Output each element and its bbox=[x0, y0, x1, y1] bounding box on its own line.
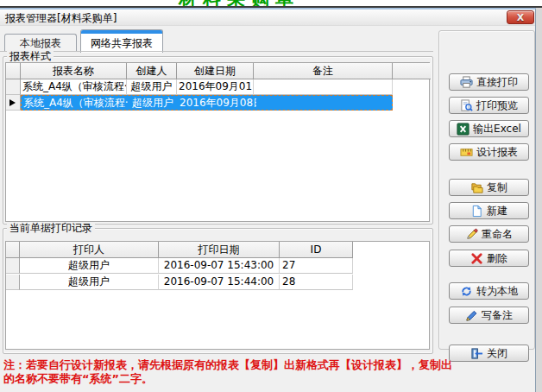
ruler-icon bbox=[460, 146, 473, 159]
actions-panel: 直接打印 打印预览 输出Excel bbox=[438, 30, 535, 350]
column-header-print-id[interactable]: ID bbox=[280, 242, 353, 258]
report-row-creator: 超级用户 bbox=[128, 96, 178, 110]
column-header-print-user[interactable]: 打印人 bbox=[20, 242, 159, 258]
delete-x-icon bbox=[470, 252, 483, 265]
print-preview-icon bbox=[460, 99, 473, 112]
column-header-print-date[interactable]: 打印日期 bbox=[159, 242, 280, 258]
write-note-pencil-icon bbox=[465, 309, 478, 322]
direct-print-button[interactable]: 直接打印 bbox=[449, 73, 529, 91]
print-row-date[interactable]: 2016-09-07 15:43:00 bbox=[159, 258, 280, 274]
print-row-date[interactable]: 2016-09-07 15:44:00 bbox=[159, 275, 280, 290]
row-selector-cell[interactable] bbox=[6, 275, 20, 290]
write-note-button[interactable]: 写备注 bbox=[449, 307, 529, 324]
convert-arrows-icon bbox=[460, 285, 473, 298]
column-header-creator[interactable]: 创建人 bbox=[127, 63, 177, 79]
close-button[interactable]: X bbox=[507, 10, 534, 24]
copy-label: 复制 bbox=[487, 180, 507, 195]
print-row-id[interactable]: 28 bbox=[280, 275, 353, 290]
report-row-note[interactable] bbox=[254, 79, 393, 95]
design-report-label: 设计报表 bbox=[476, 145, 518, 160]
rename-pencil-icon bbox=[465, 228, 478, 241]
new-button[interactable]: 新建 bbox=[449, 202, 529, 219]
print-preview-label: 打印预览 bbox=[476, 98, 518, 113]
rename-button[interactable]: 重命名 bbox=[449, 225, 529, 243]
column-header-filler bbox=[393, 63, 431, 79]
new-document-icon bbox=[470, 205, 483, 218]
exit-door-icon bbox=[470, 347, 483, 360]
copy-button[interactable]: 复制 bbox=[449, 179, 529, 196]
tabs-underline bbox=[0, 51, 433, 52]
design-report-button[interactable]: 设计报表 bbox=[449, 143, 529, 161]
row-selector-cell[interactable] bbox=[6, 258, 20, 274]
column-header-create-date[interactable]: 创建日期 bbox=[177, 63, 254, 79]
new-label: 新建 bbox=[487, 204, 507, 218]
row-selector-cell-current[interactable] bbox=[6, 95, 21, 111]
export-excel-button[interactable]: 输出Excel bbox=[449, 120, 529, 137]
column-header-note[interactable]: 备注 bbox=[254, 63, 393, 79]
tab-network-shared-label: 网络共享报表 bbox=[81, 33, 162, 53]
column-header-report-name[interactable]: 报表名称 bbox=[21, 63, 127, 79]
report-row-date: 2016年09月08日 bbox=[180, 96, 256, 110]
print-row-user[interactable]: 超级用户 bbox=[20, 258, 159, 274]
print-row-user[interactable]: 超级用户 bbox=[20, 275, 159, 290]
report-row-name: 系统_A4纵（审核流程· bbox=[23, 96, 128, 110]
export-excel-label: 输出Excel bbox=[473, 122, 521, 136]
close-icon: X bbox=[517, 13, 524, 22]
to-local-label: 转为本地 bbox=[476, 284, 518, 299]
print-row-id[interactable]: 27 bbox=[280, 258, 353, 274]
row-selector-header bbox=[6, 63, 21, 79]
excel-icon bbox=[457, 123, 470, 136]
row-selector-header bbox=[6, 242, 20, 258]
delete-label: 删除 bbox=[487, 251, 507, 266]
rename-label: 重命名 bbox=[482, 227, 513, 242]
screen: 材料采购单 报表管理器[材料采购单] X 本地报表 网络共享报表 报表样式 报表… bbox=[0, 0, 542, 392]
write-note-label: 写备注 bbox=[482, 308, 513, 323]
row-selector-cell[interactable] bbox=[6, 79, 21, 95]
note-line-2: 的名称不要带有“系统”二字。 bbox=[3, 371, 153, 387]
report-row-creator[interactable]: 超级用户 bbox=[127, 79, 177, 95]
print-preview-button[interactable]: 打印预览 bbox=[449, 97, 529, 114]
tab-network-shared-reports[interactable]: 网络共享报表 bbox=[80, 29, 163, 53]
report-manager-dialog: 报表管理器[材料采购单] X 本地报表 网络共享报表 报表样式 报表名称 创建人… bbox=[0, 8, 536, 392]
delete-button[interactable]: 删除 bbox=[449, 250, 529, 267]
report-row-date[interactable]: 2016年09月01日 bbox=[177, 79, 254, 95]
background-window-title: 材料采购单 bbox=[179, 0, 299, 6]
print-records-group-label: 当前单据打印记录 bbox=[7, 222, 95, 234]
report-row-name[interactable]: 系统_A4纵（审核流程· bbox=[21, 79, 127, 95]
to-local-button[interactable]: 转为本地 bbox=[449, 282, 529, 300]
close-dialog-label: 关闭 bbox=[487, 346, 507, 361]
title-bar[interactable]: 报表管理器[材料采购单] X bbox=[0, 9, 535, 26]
print-records-grid: 打印人 打印日期 ID 超级用户 2016-09-07 15:43:00 27 … bbox=[5, 241, 430, 350]
close-dialog-button[interactable]: 关闭 bbox=[449, 345, 529, 362]
copy-icon bbox=[470, 181, 483, 194]
direct-print-label: 直接打印 bbox=[476, 75, 518, 90]
report-styles-grid: 报表名称 创建人 创建日期 备注 系统_A4纵（审核流程· 超级用户 2016年… bbox=[5, 62, 430, 222]
report-row-selected[interactable]: 系统_A4纵（审核流程· 超级用户 2016年09月08日 bbox=[21, 95, 393, 111]
report-styles-group-label: 报表样式 bbox=[7, 50, 54, 62]
dialog-title: 报表管理器[材料采购单] bbox=[5, 11, 117, 26]
printer-icon bbox=[460, 76, 473, 89]
current-row-arrow-icon bbox=[9, 99, 16, 106]
background-window-strip: 材料采购单 bbox=[0, 0, 542, 6]
tab-local-reports[interactable]: 本地报表 bbox=[4, 34, 77, 52]
